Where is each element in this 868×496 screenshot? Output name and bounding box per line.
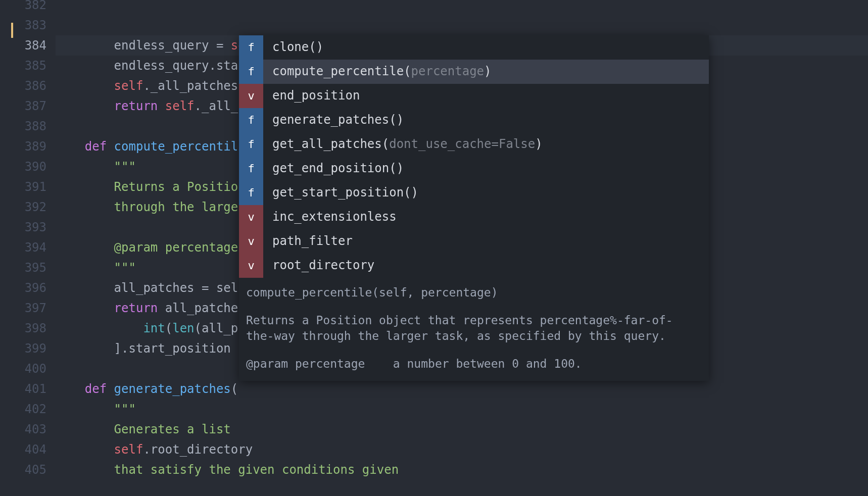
variable-icon: v <box>239 254 263 278</box>
autocomplete-label: get_start_position() <box>263 184 418 202</box>
autocomplete-item-root_directory[interactable]: vroot_directory <box>239 254 709 278</box>
line-number: 400 <box>0 359 46 379</box>
doc-param: @param percentage a number between 0 and… <box>246 356 700 372</box>
autocomplete-doc: compute_percentile(self, percentage) Ret… <box>239 278 709 381</box>
line-number: 394 <box>0 237 46 258</box>
function-icon: f <box>239 157 263 181</box>
code-line[interactable]: Generates a list <box>56 419 868 439</box>
variable-icon: v <box>239 229 263 254</box>
autocomplete-label: inc_extensionless <box>263 209 397 226</box>
code-line[interactable]: self.root_directory <box>56 439 868 460</box>
line-number: 391 <box>0 177 46 197</box>
line-number: 403 <box>0 419 46 439</box>
line-number: 402 <box>0 399 46 419</box>
line-number: 404 <box>0 439 46 460</box>
line-number: 388 <box>0 116 46 136</box>
line-number: 382 <box>0 0 46 15</box>
autocomplete-item-compute_percentile[interactable]: fcompute_percentile(percentage) <box>239 60 709 84</box>
function-icon: f <box>239 35 263 60</box>
line-number: 383 <box>0 15 46 35</box>
autocomplete-label: generate_patches() <box>263 112 404 129</box>
code-line[interactable]: that satisfy the given conditions given <box>56 460 868 480</box>
autocomplete-popup[interactable]: fclone()fcompute_percentile(percentage)v… <box>239 35 709 381</box>
doc-signature: compute_percentile(self, percentage) <box>246 285 700 301</box>
autocomplete-list[interactable]: fclone()fcompute_percentile(percentage)v… <box>239 35 709 278</box>
line-number: 389 <box>0 136 46 157</box>
line-number: 393 <box>0 217 46 237</box>
code-line[interactable] <box>56 0 868 15</box>
line-number: 399 <box>0 338 46 359</box>
autocomplete-item-clone[interactable]: fclone() <box>239 35 709 60</box>
autocomplete-item-path_filter[interactable]: vpath_filter <box>239 229 709 254</box>
autocomplete-item-inc_extensionless[interactable]: vinc_extensionless <box>239 205 709 229</box>
autocomplete-label: get_end_position() <box>263 160 404 177</box>
autocomplete-label: get_all_patches(dont_use_cache=False) <box>263 136 543 153</box>
line-number: 387 <box>0 96 46 116</box>
autocomplete-label: clone() <box>263 39 323 56</box>
code-line[interactable] <box>56 15 868 35</box>
function-icon: f <box>239 181 263 205</box>
variable-icon: v <box>239 205 263 229</box>
autocomplete-label: root_directory <box>263 257 374 274</box>
line-number: 384 <box>0 35 46 56</box>
line-number: 401 <box>0 379 46 399</box>
autocomplete-label: end_position <box>263 87 360 105</box>
code-line[interactable]: def generate_patches( <box>56 379 868 399</box>
line-number: 385 <box>0 56 46 76</box>
autocomplete-item-generate_patches[interactable]: fgenerate_patches() <box>239 108 709 132</box>
code-line[interactable]: """ <box>56 399 868 419</box>
function-icon: f <box>239 132 263 157</box>
autocomplete-item-get_all_patches[interactable]: fget_all_patches(dont_use_cache=False) <box>239 132 709 157</box>
line-number: 386 <box>0 76 46 96</box>
line-marker <box>11 23 13 38</box>
line-number: 392 <box>0 197 46 217</box>
line-number: 390 <box>0 157 46 177</box>
line-number: 396 <box>0 278 46 298</box>
line-number: 405 <box>0 460 46 480</box>
doc-description: Returns a Position object that represent… <box>246 313 700 344</box>
line-number: 397 <box>0 298 46 318</box>
autocomplete-item-get_end_position[interactable]: fget_end_position() <box>239 157 709 181</box>
variable-icon: v <box>239 84 263 108</box>
autocomplete-item-end_position[interactable]: vend_position <box>239 84 709 108</box>
gutter: 3823833843853863873883893903913923933943… <box>0 0 56 491</box>
autocomplete-item-get_start_position[interactable]: fget_start_position() <box>239 181 709 205</box>
line-number: 395 <box>0 258 46 278</box>
autocomplete-label: path_filter <box>263 233 353 250</box>
line-number: 398 <box>0 318 46 338</box>
function-icon: f <box>239 60 263 84</box>
function-icon: f <box>239 108 263 132</box>
autocomplete-label: compute_percentile(percentage) <box>263 63 492 80</box>
